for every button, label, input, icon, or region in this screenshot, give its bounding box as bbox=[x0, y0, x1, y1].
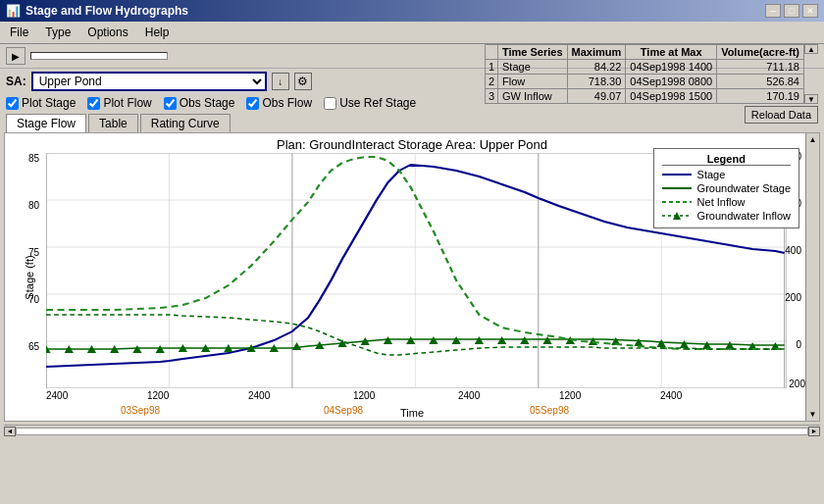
x-tick-1200-3: 1200 bbox=[559, 390, 581, 401]
scroll-up-chart[interactable]: ▲ bbox=[809, 135, 817, 144]
x-tick-2400-3: 2400 bbox=[660, 390, 682, 401]
table-row: 1 Stage 84.22 04Sep1998 1400 711.18 bbox=[485, 60, 803, 75]
legend-gw-stage: Groundwater Stage bbox=[662, 182, 791, 194]
x-tick-2400-2: 2400 bbox=[458, 390, 480, 401]
x-tick-1200-2: 1200 bbox=[353, 390, 375, 401]
table-row: 2 Flow 718.30 04Sep1998 0800 526.84 bbox=[485, 75, 803, 89]
sa-select[interactable]: Upper Pond bbox=[31, 72, 267, 91]
scroll-down-button[interactable]: ▼ bbox=[804, 94, 818, 104]
y-right-tick-400: 400 bbox=[785, 245, 801, 256]
gw-stage-legend-line bbox=[662, 183, 692, 193]
plot-stage-checkbox[interactable]: Plot Stage bbox=[6, 96, 76, 110]
chart-panel: Plan: GroundInteract Storage Area: Upper… bbox=[4, 132, 820, 422]
obs-flow-checkbox[interactable]: Obs Flow bbox=[246, 96, 312, 110]
maximize-button[interactable]: □ bbox=[784, 4, 799, 18]
plot-flow-checkbox[interactable]: Plot Flow bbox=[87, 96, 151, 110]
gw-inflow-legend-icon bbox=[662, 210, 692, 222]
x-tick-2400-start: 2400 bbox=[46, 390, 68, 401]
sa-label: SA: bbox=[6, 75, 26, 88]
menu-bar: File Type Options Help bbox=[0, 22, 824, 44]
y-tick-75: 75 bbox=[28, 247, 39, 258]
legend-panel: Legend Stage Groundwater Stage Net Inflo… bbox=[653, 148, 799, 228]
use-ref-stage-checkbox[interactable]: Use Ref Stage bbox=[324, 96, 416, 110]
reload-data-button[interactable]: Reload Data bbox=[745, 106, 818, 124]
obs-stage-checkbox[interactable]: Obs Stage bbox=[164, 96, 235, 110]
window-title: Stage and Flow Hydrographs bbox=[26, 4, 188, 18]
down-arrow-button[interactable]: ↓ bbox=[272, 73, 289, 90]
y-axis-left-label: Stage (ft) bbox=[24, 255, 35, 299]
menu-type[interactable]: Type bbox=[39, 24, 77, 41]
y-right-tick-200: 200 bbox=[785, 292, 801, 303]
x-date-03sep: 03Sep98 bbox=[121, 405, 160, 416]
menu-file[interactable]: File bbox=[4, 24, 34, 41]
legend-net-inflow: Net Inflow bbox=[662, 196, 791, 208]
y-right-tick-neg200: 200 bbox=[789, 378, 805, 389]
title-bar-controls: ─ □ ✕ bbox=[765, 4, 818, 18]
net-inflow-legend-line bbox=[662, 197, 692, 207]
stage-legend-line bbox=[662, 170, 692, 179]
horizontal-scrollbar[interactable]: ◄ ► bbox=[4, 425, 820, 436]
legend-gw-inflow: Groundwater Inflow bbox=[662, 210, 791, 222]
x-date-05sep: 05Sep98 bbox=[530, 405, 569, 416]
scroll-track[interactable] bbox=[16, 428, 808, 435]
tab-stage-flow[interactable]: Stage Flow bbox=[6, 114, 86, 133]
minimize-button[interactable]: ─ bbox=[765, 4, 781, 18]
x-tick-1200-1: 1200 bbox=[147, 390, 169, 401]
y-tick-80: 80 bbox=[28, 200, 39, 211]
time-series-table: Time Series Maximum Time at Max Volume(a… bbox=[485, 44, 804, 104]
y-tick-65: 65 bbox=[28, 341, 39, 352]
legend-gw-inflow-label: Groundwater Inflow bbox=[697, 210, 791, 222]
x-axis-label: Time bbox=[400, 407, 424, 419]
vertical-scrollbar[interactable]: ▲ ▼ bbox=[805, 133, 819, 421]
menu-options[interactable]: Options bbox=[81, 24, 133, 41]
tab-table[interactable]: Table bbox=[88, 114, 138, 132]
x-tick-2400-1: 2400 bbox=[248, 390, 270, 401]
legend-stage-label: Stage bbox=[697, 169, 726, 180]
title-bar: 📊 Stage and Flow Hydrographs ─ □ ✕ bbox=[0, 0, 824, 22]
table-row: 3 GW Inflow 49.07 04Sep1998 1500 170.19 bbox=[485, 89, 803, 104]
scroll-left-button[interactable]: ◄ bbox=[4, 427, 16, 436]
settings-button[interactable]: ⚙ bbox=[294, 73, 312, 90]
scroll-down-chart[interactable]: ▼ bbox=[809, 410, 817, 419]
y-tick-70: 70 bbox=[28, 294, 39, 305]
play-button[interactable]: ▶ bbox=[6, 47, 26, 65]
progress-slider[interactable] bbox=[30, 52, 168, 60]
legend-title: Legend bbox=[662, 153, 791, 166]
scroll-up-button[interactable]: ▲ bbox=[804, 44, 818, 54]
y-tick-85: 85 bbox=[28, 153, 39, 164]
y-right-tick-0: 0 bbox=[796, 339, 801, 350]
x-date-04sep: 04Sep98 bbox=[324, 405, 363, 416]
tab-rating-curve[interactable]: Rating Curve bbox=[140, 114, 231, 132]
close-button[interactable]: ✕ bbox=[802, 4, 818, 18]
scroll-right-button[interactable]: ► bbox=[808, 427, 820, 436]
legend-stage: Stage bbox=[662, 169, 791, 180]
legend-gw-stage-label: Groundwater Stage bbox=[697, 182, 791, 194]
menu-help[interactable]: Help bbox=[139, 24, 176, 41]
window-icon: 📊 bbox=[6, 4, 21, 18]
legend-net-inflow-label: Net Inflow bbox=[697, 196, 746, 208]
